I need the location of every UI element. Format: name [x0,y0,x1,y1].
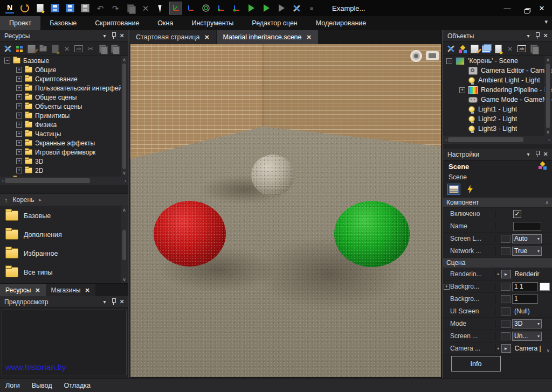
panel-menu-icon[interactable]: ▾ [100,299,109,305]
tree-item[interactable]: + Частицы [0,129,128,138]
pin-icon[interactable] [109,32,118,40]
tree-item[interactable]: + Общие [0,65,128,74]
value-input[interactable] [513,222,541,231]
scene-viewport[interactable] [130,44,441,377]
property-row[interactable]: UI Screen (Null) [443,305,552,318]
tree-item[interactable]: + Физика [0,120,128,129]
expander-icon[interactable]: + [16,85,22,91]
document-tab[interactable]: Material inheritance.scene ✕ [217,30,318,44]
sphere-green[interactable] [334,201,410,267]
scroll-up-icon[interactable]: ∧ [545,200,549,205]
expander-icon[interactable]: + [16,113,22,118]
tree-item[interactable]: + Скриптование [0,74,128,83]
property-row[interactable]: Включено ✓ [443,208,552,220]
tools-icon[interactable] [3,45,12,53]
panel-tab[interactable]: Магазины ✕ [46,284,95,297]
transform-icon[interactable] [458,45,467,53]
transform-all-tool-icon[interactable] [230,2,243,15]
up-arrow-icon[interactable]: ↑ [4,196,8,204]
tree-item[interactable]: + 3D [0,157,128,166]
tree-item[interactable]: + Игровой фреймворк [0,148,128,157]
tree-item[interactable]: Game Mode - GameMode [443,95,552,104]
close-icon[interactable]: ✕ [541,32,550,39]
redo-icon[interactable]: ↷ [109,2,122,15]
tree-item[interactable]: − Базовые [0,56,128,65]
close-icon[interactable]: ✕ [118,32,126,39]
move-snap-tool-icon[interactable] [184,2,197,15]
tree-item[interactable]: + 2D [0,166,128,175]
value-input[interactable] [512,295,538,304]
menu-item[interactable]: Проект [0,16,40,30]
breadcrumb[interactable]: ↑ Корень ▸ [0,193,128,206]
expander-icon[interactable]: − [4,58,10,64]
menu-item[interactable]: Моделирование [307,16,376,30]
save-icon[interactable] [49,2,61,15]
new-object-icon[interactable] [494,45,502,53]
folder-list-scrollbar[interactable]: ∧∨ [121,206,128,283]
property-row[interactable]: Mode 3D▾ [443,318,552,330]
scale-tool-icon[interactable] [215,2,227,15]
statusbar-item[interactable]: Логи [5,382,20,389]
tree-item[interactable]: + Примитивы [0,111,128,120]
move-tool-icon[interactable] [169,2,182,15]
new-resource-icon[interactable] [33,2,46,15]
rename-icon[interactable]: ab [74,45,83,53]
tree-item[interactable]: + Пользовательский интерфейс [0,83,128,93]
default-box[interactable] [501,295,510,303]
tree-item[interactable]: Light2 - Light [443,114,552,124]
tools-icon[interactable] [290,2,303,15]
dropdown[interactable]: 3D▾ [512,319,542,328]
delete-icon[interactable]: ✕ [139,2,152,15]
close-icon[interactable]: ✕ [541,151,550,158]
expander-icon[interactable]: + [16,158,22,164]
reference-button[interactable]: ► [501,344,511,353]
toolbar-options-icon[interactable]: ≡ [305,2,318,15]
list-item[interactable]: Все типы [0,263,128,282]
neoaxis-logo-icon[interactable]: N [3,2,16,15]
close-icon[interactable]: ✕ [85,287,89,294]
section-header[interactable]: Компонент ∧ [443,197,552,208]
dropdown[interactable]: Auto▾ [512,234,542,243]
menu-item[interactable]: Окна [148,16,182,30]
document-tab[interactable]: Стартовая страница ✕ [129,30,216,44]
delete-icon[interactable]: ✕ [63,45,71,53]
panel-menu-icon[interactable]: ▾ [524,33,533,39]
properties-mode-button[interactable] [447,184,460,195]
menubar-overflow-icon[interactable]: ▾ [544,18,548,25]
expander-icon[interactable]: − [446,58,452,64]
expander-icon[interactable]: + [16,103,22,109]
new-folder-icon[interactable] [39,45,47,53]
default-box[interactable] [501,320,510,328]
default-box[interactable] [501,307,510,316]
color-swatch[interactable] [540,283,550,291]
default-box[interactable] [501,235,510,243]
menu-item[interactable]: Скриптование [86,16,148,30]
statusbar-item[interactable]: Отладка [64,382,91,389]
close-button[interactable]: ✕ [537,4,547,12]
reference-button[interactable]: ► [501,270,511,278]
tree-item[interactable]: + Экранные эффекты [0,138,128,148]
dropdown[interactable]: Un...▾ [512,332,542,341]
objects-vertical-scrollbar[interactable]: ∧∨ [544,56,551,136]
expander-icon[interactable]: + [444,284,450,290]
pin-icon[interactable] [533,151,541,158]
property-row[interactable]: Renderin... •►Renderir [443,268,552,281]
edit-icon[interactable] [470,45,479,53]
edit-icon[interactable] [27,45,36,53]
expander-icon[interactable]: + [16,149,22,155]
menu-item[interactable]: Редактор сцен [243,16,306,30]
tree-item[interactable]: + Rendering Pipeline - Ren [443,85,552,95]
close-icon[interactable]: ✕ [204,34,209,41]
windows-icon[interactable] [482,45,491,53]
statusbar-item[interactable]: Вывод [32,382,52,389]
section-header[interactable]: Сцена [443,257,552,268]
panel-menu-icon[interactable]: ▾ [524,151,533,157]
info-button[interactable]: Info [451,356,501,372]
play-disabled-icon[interactable] [275,2,288,15]
property-row[interactable]: + Backgro... [443,281,552,293]
tree-item[interactable]: Light1 - Light [443,104,552,114]
expander-icon[interactable]: + [16,140,22,146]
refresh-icon[interactable] [18,2,31,15]
property-row[interactable]: Network ... True▾ [443,245,552,257]
close-icon[interactable]: ✕ [35,287,40,294]
